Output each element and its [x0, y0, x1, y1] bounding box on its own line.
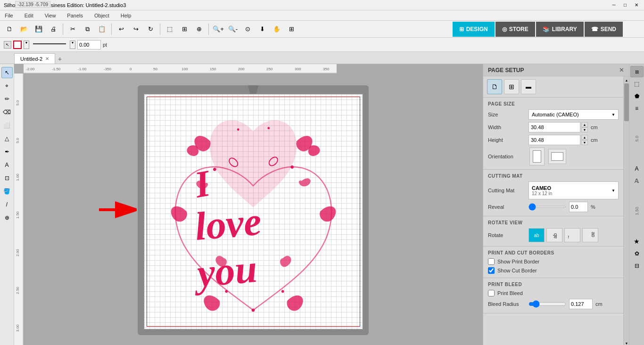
transform-button[interactable]: ⊞	[178, 23, 191, 36]
select-tool-btn[interactable]: ↖	[4, 41, 11, 49]
scroll-down-button[interactable]: ▼	[624, 340, 629, 345]
svg-text:100: 100	[182, 67, 188, 71]
minimize-button[interactable]: ─	[610, 1, 618, 9]
rotate-btn-270[interactable]: ab	[582, 228, 598, 242]
print-bleed-label[interactable]: Print Bleed	[497, 290, 523, 296]
select-button[interactable]: ⬚	[163, 23, 176, 36]
text-tool[interactable]: A	[1, 159, 13, 171]
stroke-width-input[interactable]	[77, 40, 101, 49]
panel-icon-star[interactable]: ★	[630, 236, 644, 247]
panel-icon-a-text[interactable]: A	[630, 163, 644, 174]
rotate-btn-0[interactable]: ab	[528, 228, 545, 242]
tab-add-button[interactable]: +	[55, 54, 65, 64]
new-button[interactable]: 🗋	[3, 23, 16, 36]
panel-icon-menu[interactable]: ≡	[630, 103, 644, 114]
pen-tool[interactable]: ✒	[1, 146, 13, 157]
panel-scroll-thumb[interactable]	[624, 83, 629, 121]
stroke-dropdown[interactable]: ▼	[70, 41, 75, 49]
panel-tab-settings[interactable]: ▬	[521, 79, 536, 94]
size-dropdown[interactable]: Automatic (CAMEO) ▼	[528, 109, 619, 120]
show-cut-border-checkbox[interactable]	[488, 267, 495, 274]
panel-icon-pixel[interactable]: ⬚	[630, 78, 644, 90]
nav-store-button[interactable]: ◎ STORE	[495, 22, 535, 37]
nav-design-button[interactable]: ⊞ DESIGN	[453, 22, 495, 37]
panel-tab-page[interactable]: 🗋	[487, 79, 502, 94]
scroll-up-button[interactable]: ▲	[624, 77, 629, 83]
nav-library-button[interactable]: 📚 LIBRARY	[536, 22, 584, 37]
height-input[interactable]	[528, 135, 580, 145]
show-cut-border-label[interactable]: Show Cut Border	[497, 268, 537, 273]
show-print-border-label[interactable]: Show Print Border	[497, 259, 539, 264]
triangle-tool[interactable]: △	[1, 133, 13, 144]
undo-button[interactable]: ↩	[115, 23, 128, 36]
fill-dropdown[interactable]: ▼	[24, 41, 29, 49]
rotate-btn-90[interactable]: ab	[546, 228, 562, 242]
panel-tab-grid[interactable]: ⊞	[504, 79, 519, 94]
maximize-button[interactable]: □	[621, 1, 629, 9]
select-tool[interactable]: ↖	[1, 67, 13, 78]
sketch-tool[interactable]: ✏	[1, 93, 13, 105]
panel-icon-align[interactable]: ⊟	[630, 260, 644, 271]
pan-button[interactable]: ✋	[270, 23, 283, 36]
panel-icon-A-alt[interactable]: 𝔸	[630, 175, 644, 187]
move-down-button[interactable]: ⬇	[256, 23, 269, 36]
rotate-btn-180[interactable]: ab	[564, 228, 580, 242]
show-print-border-checkbox[interactable]	[488, 258, 495, 265]
nav-send-button[interactable]: ☎ SEND	[585, 22, 623, 37]
width-step-up[interactable]: ▲	[581, 122, 588, 127]
panel-icon-flower[interactable]: ✿	[630, 248, 644, 259]
panel-close-button[interactable]: ✕	[619, 66, 624, 74]
crop-tool[interactable]: ⊡	[1, 172, 13, 184]
eraser-tool[interactable]: ⌫	[1, 107, 13, 118]
orientation-landscape[interactable]	[548, 149, 566, 164]
zoom-in-button[interactable]: 🔍+	[212, 23, 225, 36]
save-button[interactable]: 💾	[32, 23, 45, 36]
cut-button[interactable]: ✂	[66, 23, 79, 36]
refresh-button[interactable]: ↻	[144, 23, 157, 36]
tab-untitled2[interactable]: Untitled-2 ✕	[14, 53, 55, 64]
shape-tool[interactable]: ⬜	[1, 120, 13, 131]
orientation-portrait[interactable]	[529, 148, 545, 165]
zoom-area-button[interactable]: ⊞	[285, 23, 298, 36]
workspace: I love you	[24, 74, 483, 345]
bleed-radius-slider[interactable]	[528, 300, 566, 308]
tab-close-button[interactable]: ✕	[45, 56, 49, 61]
menu-edit[interactable]: Edit	[22, 12, 36, 19]
svg-text:300: 300	[295, 67, 301, 71]
reveal-input[interactable]	[569, 202, 588, 212]
print-cut-borders-title: Print and Cut Borders	[488, 250, 619, 255]
width-step-down[interactable]: ▼	[581, 127, 588, 132]
paste-button[interactable]: 📋	[95, 23, 108, 36]
open-button[interactable]: 📂	[17, 23, 31, 36]
color-swatch[interactable]	[13, 41, 22, 49]
menu-help[interactable]: Help	[118, 12, 134, 19]
width-input[interactable]	[528, 122, 580, 132]
cutting-mat-dropdown[interactable]: CAMEO 12 x 12 in ▼	[528, 181, 619, 199]
close-button[interactable]: ✕	[633, 1, 640, 9]
panel-icon-color[interactable]: ⬟	[630, 90, 644, 102]
zoom-out-button[interactable]: 🔍-	[226, 23, 239, 36]
fill-tool[interactable]: 🪣	[1, 186, 13, 197]
reveal-label: Reveal	[488, 204, 526, 210]
height-step-up[interactable]: ▲	[581, 135, 588, 140]
panel-scrollbar[interactable]: ▲ ▼	[623, 76, 629, 345]
knife-button[interactable]: ⊕	[192, 23, 206, 36]
second-toolbar: ↖ ▼ ▼ pt	[0, 38, 644, 52]
knife-tool[interactable]: /	[1, 199, 13, 210]
zoom-fit-button[interactable]: ⊙	[241, 23, 254, 36]
menu-object[interactable]: Object	[91, 12, 112, 19]
print-bleed-checkbox[interactable]	[488, 290, 495, 296]
redo-button[interactable]: ↪	[129, 23, 142, 36]
print-button[interactable]: 🖨	[47, 23, 60, 36]
menu-panels[interactable]: Panels	[64, 12, 86, 19]
menu-view[interactable]: View	[42, 12, 59, 19]
height-step-down[interactable]: ▼	[581, 140, 588, 145]
height-input-group: ▲ ▼	[528, 135, 588, 145]
panel-icon-1[interactable]: ⊞	[630, 66, 644, 77]
node-edit-tool[interactable]: ⌖	[1, 80, 13, 91]
bleed-radius-input[interactable]	[569, 299, 593, 309]
copy-button[interactable]: ⧉	[81, 23, 94, 36]
menu-file[interactable]: File	[2, 12, 16, 19]
weld-tool[interactable]: ⊕	[1, 212, 13, 223]
reveal-slider[interactable]	[528, 206, 566, 208]
